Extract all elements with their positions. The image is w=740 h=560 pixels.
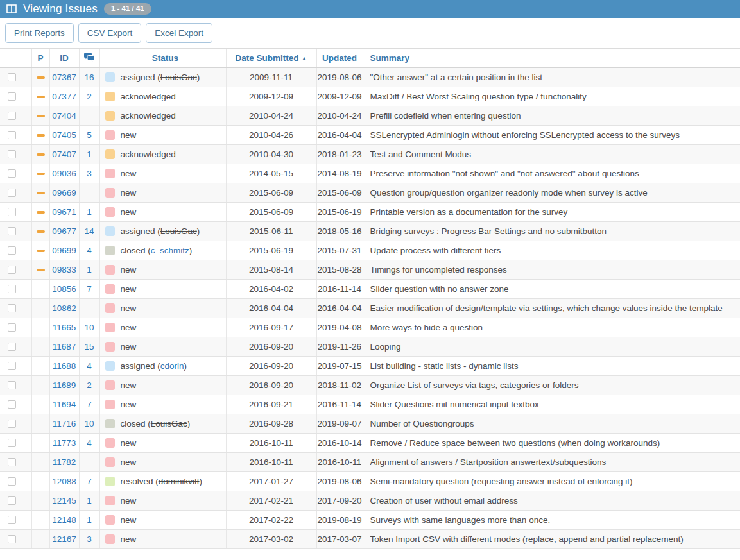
date-updated: 2016-11-14 <box>316 395 363 414</box>
row-checkbox[interactable] <box>8 285 16 293</box>
date-updated: 2018-01-23 <box>316 144 363 164</box>
comment-count-link[interactable]: 10 <box>84 323 94 332</box>
row-checkbox[interactable] <box>8 73 16 81</box>
issue-id-link[interactable]: 11689 <box>53 380 76 390</box>
status-color-box <box>105 149 115 159</box>
handler-link[interactable]: c_schmitz <box>151 246 189 255</box>
issue-id-link[interactable]: 07377 <box>52 92 76 101</box>
issue-id-link[interactable]: 11665 <box>53 323 76 332</box>
row-checkbox[interactable] <box>8 439 16 447</box>
comment-count-link[interactable]: 1 <box>87 515 92 525</box>
date-submitted: 2010-04-30 <box>226 144 316 164</box>
row-checkbox[interactable] <box>8 323 16 332</box>
col-header-summary[interactable]: Summary <box>363 49 740 67</box>
status-color-box <box>105 188 115 198</box>
comment-count-link[interactable]: 7 <box>87 284 92 294</box>
issue-id-link[interactable]: 12167 <box>52 534 76 544</box>
handler-link[interactable]: cdorin <box>160 361 184 371</box>
col-header-comments[interactable] <box>79 49 99 67</box>
issue-id-link[interactable]: 09699 <box>52 246 76 255</box>
comment-count-link[interactable]: 1 <box>87 149 92 159</box>
issue-id-link[interactable]: 07405 <box>52 130 76 140</box>
row-spacer-cell <box>24 337 31 356</box>
row-spacer-cell <box>24 298 31 318</box>
issue-id-link[interactable]: 09671 <box>52 207 76 217</box>
print-reports-button[interactable]: Print Reports <box>5 23 74 44</box>
row-checkbox[interactable] <box>8 362 16 370</box>
comment-count-link[interactable]: 3 <box>87 169 92 178</box>
comment-count-link[interactable]: 14 <box>84 226 94 236</box>
comment-count-link[interactable]: 5 <box>87 130 92 140</box>
comment-count-link[interactable]: 16 <box>84 72 94 82</box>
row-checkbox[interactable] <box>8 92 16 101</box>
row-checkbox[interactable] <box>8 400 16 409</box>
comment-count-link[interactable]: 15 <box>84 342 94 352</box>
csv-export-button[interactable]: CSV Export <box>78 23 142 44</box>
issue-id-link[interactable]: 12145 <box>52 496 76 505</box>
comment-count-link[interactable]: 4 <box>87 246 92 255</box>
row-checkbox[interactable] <box>8 169 16 178</box>
row-checkbox[interactable] <box>8 420 16 428</box>
issue-id-link[interactable]: 07367 <box>52 72 76 82</box>
issue-id-link[interactable]: 09677 <box>52 226 76 236</box>
comment-count-link[interactable]: 10 <box>84 419 94 428</box>
issue-id-link[interactable]: 09036 <box>52 169 76 178</box>
row-spacer-cell <box>24 202 31 221</box>
date-submitted: 2015-06-09 <box>226 202 316 221</box>
date-updated: 2019-08-06 <box>316 471 363 491</box>
status-color-box <box>105 342 115 352</box>
col-header-date-submitted[interactable]: Date Submitted▲ <box>226 49 316 67</box>
issue-id-link[interactable]: 12088 <box>52 477 76 486</box>
row-checkbox[interactable] <box>8 189 16 197</box>
issue-id-link[interactable]: 07407 <box>52 149 76 159</box>
comment-count-link[interactable]: 4 <box>87 438 92 448</box>
date-submitted: 2016-09-17 <box>226 318 316 337</box>
row-checkbox[interactable] <box>8 304 16 312</box>
col-header-priority[interactable]: P <box>31 49 49 67</box>
row-checkbox[interactable] <box>8 112 16 120</box>
row-checkbox[interactable] <box>8 131 16 139</box>
issue-id-link[interactable]: 10856 <box>52 284 76 294</box>
row-checkbox[interactable] <box>8 381 16 389</box>
col-header-status[interactable]: Status <box>99 49 226 67</box>
issue-id-link[interactable]: 09833 <box>52 265 76 275</box>
date-submitted: 2016-04-02 <box>226 279 316 298</box>
comment-count-link[interactable]: 2 <box>87 380 92 390</box>
row-checkbox[interactable] <box>8 208 16 216</box>
comment-count-link[interactable]: 2 <box>87 92 92 101</box>
row-checkbox[interactable] <box>8 458 16 466</box>
row-checkbox[interactable] <box>8 496 16 505</box>
row-checkbox[interactable] <box>8 227 16 235</box>
issue-id-link[interactable]: 11688 <box>53 361 76 371</box>
row-checkbox[interactable] <box>8 150 16 158</box>
row-checkbox[interactable] <box>8 246 16 255</box>
row-checkbox[interactable] <box>8 343 16 351</box>
issue-id-link[interactable]: 11687 <box>53 342 76 352</box>
comment-count-link[interactable]: 1 <box>87 207 92 217</box>
comment-count-link[interactable]: 7 <box>87 400 92 409</box>
issue-row: 11782 new 2016-10-11 2016-10-11 Alignmen… <box>0 452 740 471</box>
comment-count-link[interactable]: 1 <box>87 496 92 505</box>
issue-id-link[interactable]: 11773 <box>53 438 76 448</box>
issue-id-link[interactable]: 10862 <box>52 303 76 313</box>
row-checkbox[interactable] <box>8 266 16 274</box>
issue-id-link[interactable]: 11716 <box>53 419 76 428</box>
handler-name-disabled: LouisGac <box>160 72 197 82</box>
comment-count-link[interactable]: 1 <box>87 265 92 275</box>
comment-count-link[interactable]: 7 <box>87 477 92 486</box>
issue-id-link[interactable]: 11782 <box>53 457 76 467</box>
row-checkbox[interactable] <box>8 477 16 486</box>
date-updated: 2017-03-07 <box>316 529 363 548</box>
row-checkbox[interactable] <box>8 516 16 524</box>
row-checkbox[interactable] <box>8 535 16 543</box>
comment-count-link[interactable]: 3 <box>87 534 92 544</box>
col-header-updated[interactable]: Updated <box>316 49 363 67</box>
issue-id-link[interactable]: 07404 <box>52 111 76 121</box>
issue-id-link[interactable]: 11694 <box>53 400 76 409</box>
status-text: new <box>121 496 137 505</box>
excel-export-button[interactable]: Excel Export <box>146 23 212 44</box>
comment-count-link[interactable]: 4 <box>87 361 92 371</box>
col-header-id[interactable]: ID <box>49 49 79 67</box>
issue-id-link[interactable]: 09669 <box>52 188 76 198</box>
issue-id-link[interactable]: 12148 <box>52 515 76 525</box>
